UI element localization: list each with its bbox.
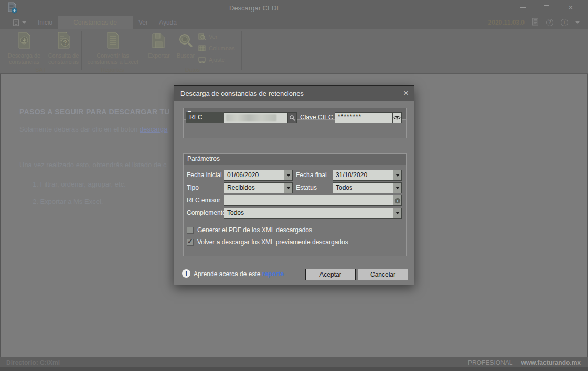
- descarga-constancias-dialog: Descarga de constancias de retenciones ×…: [174, 85, 414, 285]
- dialog-close-button[interactable]: ×: [403, 88, 409, 99]
- dropdown-button[interactable]: [284, 182, 293, 193]
- cancelar-button[interactable]: Cancelar: [358, 269, 408, 280]
- website-link[interactable]: www.facturando.mx: [521, 359, 581, 366]
- app-window: Descargar CFDI × Inicio Constancias de r…: [0, 0, 588, 371]
- ribbon-button-label: Exportar: [148, 52, 170, 59]
- fit-width-icon: [198, 56, 206, 63]
- info-circle-icon: i: [182, 269, 190, 278]
- eye-icon: [393, 115, 401, 121]
- ribbon-button-label: Convertir las constancias a Excel: [86, 52, 140, 65]
- dropdown-button[interactable]: [393, 170, 402, 181]
- chevron-down-icon: [22, 21, 26, 24]
- rfc-emisor-label: RFC emisor: [187, 197, 220, 204]
- redownload-xml-row: ✓ Volver a descargar los XML previamente…: [187, 238, 348, 246]
- chevron-down-icon: [395, 187, 400, 189]
- directory-status: Directorio: C:\Xml: [6, 359, 60, 366]
- tipo-select[interactable]: Recibidos: [224, 182, 293, 193]
- parametros-groupbox: Parámetros Fecha inicial 01/06/2020 Fech…: [183, 153, 407, 256]
- list-item: 1. Filtrar, ordenar, agrupar, etc.: [33, 180, 126, 188]
- rfc-emisor-info-button[interactable]: i: [393, 195, 402, 206]
- app-menu-button[interactable]: [13, 18, 26, 27]
- minimize-icon: [520, 7, 526, 8]
- document-excel-icon: [105, 31, 120, 51]
- redownload-xml-checkbox[interactable]: ✓: [187, 239, 194, 246]
- tab-inicio[interactable]: Inicio: [31, 16, 59, 29]
- maximize-button[interactable]: [534, 0, 559, 16]
- notebook-icon: [532, 18, 539, 26]
- window-title: Descargar CFDI: [229, 4, 279, 12]
- ribbon-group-label-reportes: Reportes: [82, 67, 143, 73]
- complemento-select[interactable]: Todos: [224, 208, 402, 219]
- ribbon-group-label-sat: SAT: [0, 67, 81, 73]
- columnas-small-button[interactable]: Columnas: [198, 44, 242, 52]
- export-save-icon: [151, 31, 167, 51]
- ribbon-small-label: Columnas: [209, 45, 235, 51]
- notes-button[interactable]: [532, 18, 539, 28]
- title-bar: Descargar CFDI ×: [0, 0, 588, 16]
- dialog-title: Descarga de constancias de retenciones: [180, 90, 304, 97]
- descarga-link[interactable]: descarga: [140, 125, 167, 133]
- complemento-label: Complemento: [187, 209, 226, 216]
- dialog-title-bar: Descarga de constancias de retenciones ×: [174, 86, 414, 101]
- chevron-down-icon: [395, 174, 400, 177]
- ribbon-small-label: Ver: [209, 34, 218, 40]
- ribbon-separator: [143, 31, 143, 70]
- complemento-value: Todos: [227, 209, 244, 216]
- fecha-inicial-select[interactable]: 01/06/2020: [224, 170, 293, 181]
- search-icon: [177, 31, 194, 51]
- ribbon-button-label: Buscar: [177, 52, 195, 59]
- help-button[interactable]: ?: [546, 19, 553, 26]
- app-logo-icon: [7, 2, 18, 16]
- tab-ver[interactable]: Ver: [134, 16, 153, 29]
- window-controls: ×: [510, 0, 583, 16]
- list-menu-icon: [13, 19, 20, 27]
- info-glyph: i: [185, 270, 187, 277]
- ribbon-button-label: Descarga de constancias: [3, 52, 45, 65]
- rfc-label: RFC: [186, 112, 224, 123]
- close-icon: ×: [568, 3, 573, 13]
- chevron-down-icon: [395, 212, 400, 214]
- exportar-button[interactable]: Exportar: [145, 31, 173, 66]
- aceptar-button[interactable]: Aceptar: [305, 269, 356, 280]
- estatus-label: Estatus: [296, 184, 317, 191]
- tab-constancias-de-retenciones[interactable]: Constancias de retenciones: [58, 16, 133, 29]
- search-icon: [289, 115, 295, 121]
- chevron-down-icon: [286, 174, 291, 177]
- view-search-icon: [198, 33, 206, 40]
- buscar-button[interactable]: Buscar: [174, 31, 198, 66]
- convertir-constancias-excel-button[interactable]: Convertir las constancias a Excel: [86, 31, 140, 66]
- rfc-search-button[interactable]: [287, 112, 297, 123]
- generate-pdf-checkbox[interactable]: ✓: [187, 227, 194, 234]
- rfc-emisor-input[interactable]: i: [224, 195, 402, 206]
- fecha-final-label: Fecha final: [296, 171, 327, 179]
- tab-ayuda[interactable]: Ayuda: [155, 16, 180, 29]
- status-bar: Directorio: C:\Xml PROFESIONAL www.factu…: [0, 357, 588, 371]
- reporte-link[interactable]: reporte: [262, 270, 284, 278]
- estatus-select[interactable]: Todos: [333, 182, 402, 193]
- redownload-xml-label: Volver a descargar los XML previamente d…: [197, 238, 348, 246]
- show-password-button[interactable]: [392, 112, 402, 123]
- dropdown-button[interactable]: [393, 182, 402, 193]
- learn-more-text: Aprende acerca de este reporte: [194, 270, 284, 278]
- rfc-input[interactable]: [224, 112, 287, 123]
- close-window-button[interactable]: ×: [559, 0, 583, 16]
- about-button[interactable]: i: [561, 19, 568, 26]
- learn-more-prefix: Aprende acerca de este: [194, 270, 260, 278]
- dropdown-button[interactable]: [393, 208, 402, 219]
- ajuste-small-button[interactable]: Ajuste: [198, 56, 242, 64]
- descarga-de-constancias-button[interactable]: Descarga de constancias: [3, 31, 45, 66]
- chevron-down-icon[interactable]: [575, 21, 580, 24]
- dropdown-button[interactable]: [284, 170, 293, 181]
- ribbon-button-label: Consulta de constancias: [46, 52, 81, 65]
- minimize-button[interactable]: [510, 0, 534, 16]
- consulta-de-constancias-button[interactable]: ? Consulta de constancias: [46, 31, 81, 66]
- clave-ciec-input[interactable]: ********: [335, 112, 392, 123]
- fecha-inicial-value: 01/06/2020: [227, 171, 259, 179]
- columns-icon: [198, 45, 206, 52]
- ribbon-small-label: Ajuste: [209, 57, 225, 63]
- fecha-final-select[interactable]: 31/10/2020: [333, 170, 402, 181]
- checkmark-icon: ✓: [187, 237, 193, 245]
- ribbon-tab-bar: Inicio Constancias de retenciones Ver Ay…: [0, 16, 588, 29]
- ver-small-button[interactable]: Ver: [198, 32, 242, 41]
- svg-text:i: i: [397, 198, 398, 203]
